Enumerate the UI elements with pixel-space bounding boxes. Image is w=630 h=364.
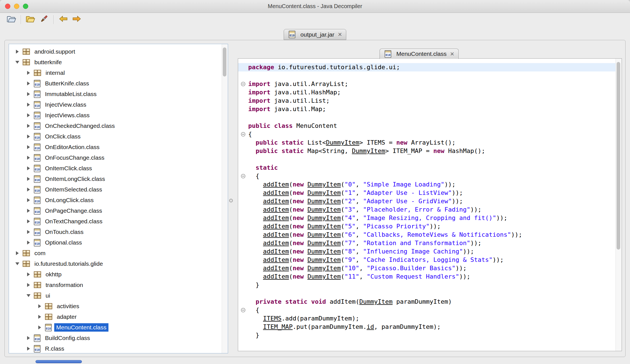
class-icon: 010 (34, 112, 41, 119)
chevron-right-icon[interactable] (25, 229, 32, 235)
tree-item-oncheckedchanged-class[interactable]: 010OnCheckedChanged.class (9, 121, 228, 131)
open-jar-button[interactable] (24, 14, 37, 25)
tree-item-io-futurestud-tutorials-glide[interactable]: io.futurestud.tutorials.glide (9, 258, 228, 269)
chevron-right-icon[interactable] (25, 186, 32, 193)
tree-item-ontouch-class[interactable]: 010OnTouch.class (9, 227, 228, 237)
zoom-window-button[interactable] (23, 4, 28, 9)
chevron-down-icon[interactable] (13, 261, 21, 267)
tree-horizontal-scrollbar[interactable] (35, 360, 82, 363)
tree-item-optional-class[interactable]: 010Optional.class (9, 237, 228, 248)
chevron-right-icon[interactable] (25, 112, 32, 118)
fold-collapse-icon[interactable] (241, 82, 245, 86)
tree-item-onitemselected-class[interactable]: 010OnItemSelected.class (9, 184, 228, 195)
tree-item-immutablelist-class[interactable]: 010ImmutableList.class (9, 89, 228, 99)
chevron-right-icon[interactable] (25, 133, 32, 140)
tree-item-label: ButterKnife.class (43, 79, 91, 88)
tree-item-activities[interactable]: activities (9, 301, 228, 312)
chevron-right-icon[interactable] (13, 49, 21, 55)
chevron-right-icon[interactable] (25, 91, 32, 97)
tab-menucontent-class[interactable]: 010 MenuContent.class ✕ (380, 49, 459, 59)
tree-item-adapter[interactable]: adapter (9, 312, 228, 322)
tree-item-label: InjectViews.class (43, 111, 92, 119)
code-text: ITEM_MAP.put(paramDummyItem.id, paramDum… (248, 323, 441, 330)
tree-item-onfocuschange-class[interactable]: 010OnFocusChange.class (9, 152, 228, 163)
titlebar: MenuContent.class - Java Decompiler (0, 0, 630, 13)
app-window: MenuContent.class - Java Decompiler (0, 0, 630, 364)
chevron-right-icon[interactable] (25, 208, 32, 214)
code-scrollbar-thumb[interactable] (617, 62, 620, 250)
tree-item-label: OnLongClick.class (43, 196, 96, 204)
tree-item-butterknife-class[interactable]: 010ButterKnife.class (9, 78, 228, 89)
code-text: { (248, 131, 252, 138)
chevron-right-icon[interactable] (36, 303, 44, 309)
tree-item-menucontent-class[interactable]: 010MenuContent.class (9, 322, 228, 333)
tree-item-ontextchanged-class[interactable]: 010OnTextChanged.class (9, 216, 228, 227)
code-text: ITEMS.add(paramDummyItem); (248, 315, 359, 322)
chevron-right-icon[interactable] (25, 271, 32, 277)
code-text: addItem(new DummyItem("9", "Cache Indica… (248, 256, 504, 263)
tree-item-onitemclick-class[interactable]: 010OnItemClick.class (9, 163, 228, 174)
chevron-right-icon[interactable] (25, 335, 32, 341)
source-tab-label: MenuContent.class (396, 51, 447, 57)
close-window-button[interactable] (5, 4, 10, 9)
tree-item-onclick-class[interactable]: 010OnClick.class (9, 131, 228, 142)
splitter-handle[interactable] (229, 199, 233, 202)
chevron-right-icon[interactable] (13, 250, 21, 256)
chevron-right-icon[interactable] (25, 346, 32, 352)
minimize-window-button[interactable] (14, 4, 19, 9)
class-icon: 010 (34, 101, 41, 109)
tree-item-ui[interactable]: ui (9, 290, 228, 301)
tree-item-okhttp[interactable]: okhttp (9, 269, 228, 280)
tree-item-label: OnItemLongClick.class (43, 175, 107, 183)
code-line (238, 289, 615, 298)
chevron-right-icon[interactable] (25, 165, 32, 171)
chevron-right-icon[interactable] (25, 197, 32, 203)
chevron-right-icon[interactable] (25, 102, 32, 108)
chevron-right-icon[interactable] (25, 144, 32, 150)
code-vertical-scrollbar[interactable] (615, 59, 622, 351)
tree-item-r-class[interactable]: 010R.class (9, 343, 228, 353)
tree-item-injectview-class[interactable]: 010InjectView.class (9, 99, 228, 110)
tree-item-onitemlongclick-class[interactable]: 010OnItemLongClick.class (9, 174, 228, 184)
tree-item-onlongclick-class[interactable]: 010OnLongClick.class (9, 195, 228, 205)
fold-collapse-icon[interactable] (241, 308, 245, 312)
open-file-button[interactable] (4, 14, 18, 25)
tree-item-onpagechange-class[interactable]: 010OnPageChange.class (9, 205, 228, 216)
chevron-right-icon[interactable] (25, 240, 32, 246)
code-line: addItem(new DummyItem("0", "Simple Image… (238, 180, 615, 189)
chevron-right-icon[interactable] (25, 282, 32, 288)
tree-item-internal[interactable]: internal (9, 68, 228, 78)
chevron-right-icon[interactable] (25, 218, 32, 224)
chevron-right-icon[interactable] (36, 324, 44, 331)
chevron-right-icon[interactable] (25, 176, 32, 182)
tree-vertical-scrollbar[interactable] (222, 44, 228, 353)
source-tab-close-icon[interactable]: ✕ (450, 51, 454, 57)
chevron-right-icon[interactable] (25, 123, 32, 129)
chevron-down-icon[interactable] (25, 293, 32, 299)
tree-item-com[interactable]: com (9, 248, 228, 258)
chevron-right-icon[interactable] (25, 70, 32, 76)
fold-collapse-icon[interactable] (241, 132, 245, 136)
package-icon (34, 70, 41, 76)
toolbar-separator (21, 15, 21, 24)
chevron-down-icon[interactable] (13, 59, 21, 65)
tree-item-buildconfig-class[interactable]: 010BuildConfig.class (9, 333, 228, 343)
tree-item-transformation[interactable]: transformation (9, 280, 228, 290)
forward-button[interactable] (70, 14, 83, 25)
fold-collapse-icon[interactable] (241, 174, 245, 178)
save-sources-button[interactable] (37, 14, 51, 25)
chevron-right-icon[interactable] (25, 155, 32, 161)
tab-output-jar[interactable]: 010 output_jar.jar ✕ (284, 29, 346, 40)
tree-scrollbar-thumb[interactable] (223, 47, 226, 76)
chevron-right-icon[interactable] (36, 314, 44, 320)
tree-item-android-support[interactable]: android.support (9, 46, 228, 57)
arrow-left-icon (59, 16, 68, 23)
tree-item-oneditoraction-class[interactable]: 010OnEditorAction.class (9, 142, 228, 152)
code-line: public static List<DummyItem> ITEMS = ne… (238, 138, 615, 147)
tree-item-injectviews-class[interactable]: 010InjectViews.class (9, 110, 228, 121)
tree-item-butterknife[interactable]: butterknife (9, 57, 228, 68)
jar-tab-close-icon[interactable]: ✕ (338, 31, 342, 38)
chevron-right-icon[interactable] (25, 80, 32, 87)
code-text: addItem(new DummyItem("11", "Custom Requ… (248, 273, 470, 280)
back-button[interactable] (56, 14, 70, 25)
